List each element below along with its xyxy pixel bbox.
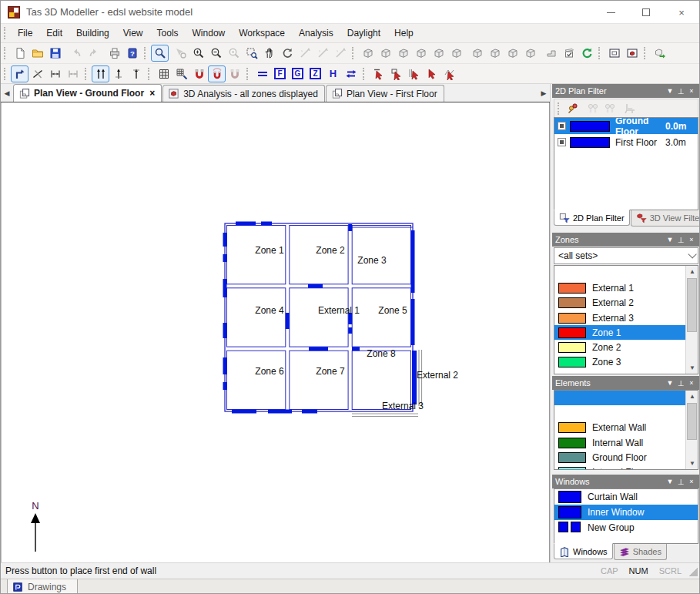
lamp-off-button[interactable] (601, 101, 618, 116)
furniture-button[interactable] (621, 101, 638, 116)
element-row-internal-wall[interactable]: Internal Wall (554, 435, 685, 450)
windows-tab-windows[interactable]: Windows (554, 543, 613, 559)
frame-g-button[interactable]: G (289, 65, 306, 82)
select-cube-button[interactable] (560, 45, 578, 62)
panel-close-icon[interactable]: × (686, 379, 697, 387)
panel-menu-icon[interactable]: ▼ (665, 379, 675, 387)
close-button[interactable]: × (664, 1, 699, 24)
menu-tools[interactable]: Tools (150, 24, 186, 42)
parallel-lines-button[interactable] (253, 65, 271, 82)
frame-f-button[interactable]: F (271, 65, 289, 82)
select-area-button[interactable] (387, 65, 405, 82)
zoom-out-button[interactable] (207, 45, 225, 62)
doc-tab-3d-analysis---all-zones-displayed[interactable]: 3D Analysis - all zones displayed (162, 85, 325, 102)
element-row-ground-floor[interactable]: Ground Floor (554, 450, 685, 465)
refresh-model-button[interactable] (578, 45, 595, 62)
filter-tab-3d-view-filter[interactable]: 3D View Filter (631, 210, 700, 227)
menu-view[interactable]: View (116, 24, 150, 42)
junction-h-button[interactable]: H (324, 65, 342, 82)
zone-row-zone-3[interactable]: Zone 3 (554, 355, 685, 370)
snap-point-button[interactable] (127, 65, 145, 82)
floor-visibility-checkbox[interactable] (558, 122, 566, 130)
panel-close-icon[interactable]: × (686, 236, 697, 243)
panel-close-icon[interactable]: × (686, 87, 697, 95)
select-wall-button[interactable] (370, 65, 387, 82)
menu-window[interactable]: Window (186, 24, 233, 42)
menu-edit[interactable]: Edit (39, 24, 69, 42)
maximize-button[interactable] (628, 1, 664, 24)
undo-button[interactable] (67, 45, 85, 62)
edit-pin-button[interactable] (564, 101, 581, 116)
select-edge-button[interactable] (405, 65, 423, 82)
panel-menu-icon[interactable]: ▼ (665, 236, 675, 243)
view-cube-2-button[interactable] (377, 45, 394, 62)
select-join-button[interactable] (423, 65, 440, 82)
open-button[interactable] (28, 45, 46, 62)
floor-visibility-checkbox[interactable] (558, 138, 566, 146)
rotate-view-button[interactable] (278, 45, 296, 62)
iso-cube-4-button[interactable] (521, 45, 539, 62)
zone-row-external-1[interactable]: External 1 (554, 280, 685, 295)
windows-tab-shades[interactable]: Shades (614, 544, 667, 560)
zoom-select-button[interactable] (151, 45, 169, 62)
element-list-scrollbar[interactable]: ▲ ▼ (685, 391, 698, 469)
doc-tab-plan-view---first-floor[interactable]: Plan View - First Floor (326, 85, 444, 102)
snap-off-button[interactable] (226, 65, 243, 82)
scroll-up-icon[interactable]: ▲ (686, 391, 698, 402)
new-button[interactable] (11, 45, 28, 62)
tab-close-icon[interactable]: × (149, 88, 155, 99)
view-cube-4-button[interactable] (412, 45, 430, 62)
tab-scroll-left-button[interactable]: ◀ (1, 85, 13, 102)
show-2d-window-button[interactable] (605, 45, 623, 62)
frame-z-button[interactable]: Z (306, 65, 324, 82)
section-cube-button[interactable] (542, 45, 560, 62)
panel-pin-icon[interactable]: ⊥ (675, 478, 686, 486)
iso-cube-2-button[interactable] (486, 45, 504, 62)
menu-analysis[interactable]: Analysis (292, 24, 340, 42)
dimension-tool-2-button[interactable] (64, 65, 82, 82)
snap-arc-button[interactable] (208, 65, 226, 82)
window-row-curtain-wall[interactable]: Curtain Wall (554, 489, 698, 505)
scrollbar-thumb[interactable] (687, 278, 697, 332)
dimension-tool-button[interactable] (46, 65, 64, 82)
resize-grip[interactable] (687, 565, 698, 576)
view-tool-2-button[interactable] (313, 45, 331, 62)
zone-row-external-2[interactable]: External 2 (554, 296, 685, 310)
pan-button[interactable] (260, 45, 278, 62)
zoom-window-button[interactable] (243, 45, 260, 62)
zoom-cursor-button[interactable] (172, 45, 189, 62)
view-cube-5-button[interactable] (430, 45, 447, 62)
scroll-down-icon[interactable]: ▼ (686, 362, 698, 374)
show-3d-window-button[interactable] (623, 45, 641, 62)
view-tool-1-button[interactable] (296, 45, 313, 62)
panel-pin-icon[interactable]: ⊥ (675, 379, 686, 388)
scrollbar-thumb[interactable] (687, 403, 697, 440)
snap-magnet-button[interactable] (190, 65, 208, 82)
panel-menu-icon[interactable]: ▼ (665, 87, 675, 95)
element-row-internal-floor[interactable]: Internal Floor (554, 465, 685, 470)
view-tool-3-button[interactable] (331, 45, 349, 62)
view-cube-6-button[interactable] (447, 45, 465, 62)
lamp-on-button[interactable] (584, 101, 601, 116)
iso-cube-1-button[interactable] (468, 45, 486, 62)
menu-daylight[interactable]: Daylight (340, 24, 387, 42)
zone-row-external-3[interactable]: External 3 (554, 310, 685, 325)
export-model-button[interactable] (651, 45, 668, 62)
panel-close-icon[interactable]: × (686, 478, 697, 485)
zoom-extents-button[interactable] (225, 45, 243, 62)
panel-menu-icon[interactable]: ▼ (665, 478, 675, 485)
select-delete-button[interactable] (440, 65, 458, 82)
wall-tool-button[interactable] (11, 65, 28, 82)
zone-row-zone-2[interactable]: Zone 2 (554, 340, 685, 354)
element-row-external-wall[interactable]: External Wall (554, 421, 685, 435)
menu-building[interactable]: Building (69, 24, 116, 42)
menu-help[interactable]: Help (387, 24, 420, 42)
save-button[interactable] (46, 45, 64, 62)
drawings-window-tab[interactable]: Drawings (7, 579, 78, 594)
junction-arrows-button[interactable] (342, 65, 360, 82)
doc-tab-plan-view---ground-floor[interactable]: Plan View - Ground Floor× (13, 84, 162, 102)
grid-button[interactable] (155, 65, 172, 82)
view-cube-1-button[interactable] (359, 45, 377, 62)
panel-pin-icon[interactable]: ⊥ (675, 87, 686, 96)
grid-zoom-button[interactable] (172, 65, 190, 82)
